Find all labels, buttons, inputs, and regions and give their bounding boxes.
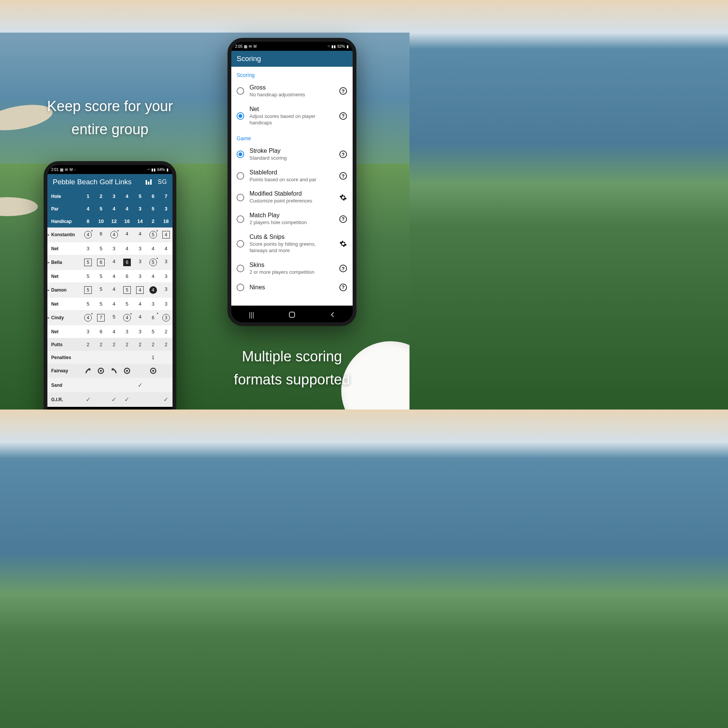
fairway-cell[interactable]	[94, 364, 107, 378]
penalties-cell[interactable]	[160, 351, 173, 364]
net-cell[interactable]: 3	[108, 242, 121, 255]
gir-cell[interactable]	[133, 392, 146, 406]
radio-button[interactable]	[237, 284, 244, 291]
score-cell[interactable]: 4	[133, 311, 146, 325]
score-cell[interactable]: 4	[133, 228, 146, 242]
net-cell[interactable]: 3	[133, 270, 146, 282]
radio-button[interactable]	[237, 215, 244, 223]
help-icon[interactable]: ?	[339, 215, 347, 223]
option-row[interactable]: Stroke PlayStandard scoring?	[231, 144, 353, 165]
penalties-cell[interactable]	[121, 351, 133, 364]
score-cell[interactable]: 5	[94, 283, 107, 297]
score-cell[interactable]: 3	[160, 283, 173, 297]
net-cell[interactable]: 4	[108, 270, 121, 282]
putts-cell[interactable]: 2	[133, 338, 146, 351]
net-cell[interactable]: 5	[146, 325, 159, 338]
sand-cell[interactable]: ✓	[133, 378, 146, 392]
net-cell[interactable]: 5	[94, 298, 107, 310]
home-button[interactable]	[287, 310, 297, 319]
sand-cell[interactable]	[160, 378, 173, 392]
penalties-cell[interactable]	[133, 351, 146, 364]
help-icon[interactable]: ?	[339, 264, 347, 273]
sand-cell[interactable]	[146, 378, 159, 392]
net-cell[interactable]: 5	[121, 298, 133, 310]
option-row[interactable]: StablefordPoints based on score and par?	[231, 165, 353, 187]
sand-cell[interactable]	[108, 378, 121, 392]
score-cell[interactable]: 5	[146, 228, 159, 242]
help-icon[interactable]: ?	[339, 150, 347, 158]
sand-cell[interactable]	[121, 378, 133, 392]
help-icon[interactable]: ?	[339, 283, 347, 292]
score-cell[interactable]: 3	[160, 311, 173, 325]
score-cell[interactable]: 4	[82, 311, 94, 325]
sand-cell[interactable]	[94, 378, 107, 392]
radio-button[interactable]	[237, 194, 244, 201]
fairway-cell[interactable]	[82, 364, 94, 378]
net-cell[interactable]: 4	[108, 298, 121, 310]
net-cell[interactable]: 3	[160, 270, 173, 282]
score-cell[interactable]: 4	[108, 228, 121, 242]
help-icon[interactable]: ?	[339, 112, 347, 120]
net-cell[interactable]: 6	[121, 270, 133, 282]
gear-icon[interactable]	[339, 193, 347, 202]
putts-cell[interactable]: 2	[121, 338, 133, 351]
score-cell[interactable]: 6	[121, 255, 133, 270]
net-cell[interactable]: 6	[94, 325, 107, 338]
penalties-cell[interactable]	[82, 351, 94, 364]
net-cell[interactable]: 4	[133, 298, 146, 310]
penalties-cell[interactable]	[94, 351, 107, 364]
net-cell[interactable]: 4	[121, 242, 133, 255]
option-row[interactable]: Skins2 or more players competition?	[231, 258, 353, 279]
score-body[interactable]: Konstantin4644454Net3534344Bella5646353N…	[47, 228, 173, 407]
option-row[interactable]: NetAdjust scores based on player handica…	[231, 102, 353, 130]
score-cell[interactable]: 5	[146, 255, 159, 270]
fairway-cell[interactable]	[160, 364, 173, 378]
score-cell[interactable]: 4	[133, 283, 146, 297]
net-cell[interactable]: 3	[82, 325, 94, 338]
stats-icon[interactable]	[146, 179, 152, 185]
net-cell[interactable]: 4	[146, 242, 159, 255]
option-row[interactable]: Modified StablefordCustomize point prefe…	[231, 187, 353, 208]
net-cell[interactable]: 5	[94, 270, 107, 282]
fairway-cell[interactable]	[133, 364, 146, 378]
penalties-cell[interactable]: 1	[146, 351, 159, 364]
fairway-cell[interactable]	[108, 364, 121, 378]
putts-cell[interactable]: 2	[82, 338, 94, 351]
score-cell[interactable]: 3	[160, 255, 173, 270]
net-cell[interactable]: 3	[121, 325, 133, 338]
net-cell[interactable]: 3	[133, 242, 146, 255]
sand-cell[interactable]	[82, 378, 94, 392]
gir-cell[interactable]	[94, 392, 107, 406]
score-cell[interactable]: 4	[108, 255, 121, 270]
putts-cell[interactable]: 2	[108, 338, 121, 351]
score-cell[interactable]: 7	[94, 311, 107, 325]
score-cell[interactable]: 4	[108, 283, 121, 297]
option-row[interactable]: Nines?	[231, 279, 353, 295]
gir-cell[interactable]	[146, 392, 159, 406]
score-cell[interactable]: 4	[146, 283, 159, 297]
putts-cell[interactable]: 2	[94, 338, 107, 351]
radio-button[interactable]	[237, 112, 244, 120]
option-row[interactable]: Cuts & SnipsScore points by hitting gree…	[231, 230, 353, 258]
option-row[interactable]: Match Play2 players hole competition?	[231, 208, 353, 230]
radio-button[interactable]	[237, 265, 244, 272]
net-cell[interactable]: 5	[82, 298, 94, 310]
gear-icon[interactable]	[339, 240, 347, 248]
gir-cell[interactable]: ✓	[160, 392, 173, 406]
score-cell[interactable]: 6	[146, 311, 159, 325]
settings-body[interactable]: Scoring GrossNo handicap adjustments?Net…	[231, 67, 353, 306]
gir-cell[interactable]: ✓	[82, 392, 94, 406]
net-cell[interactable]: 3	[160, 298, 173, 310]
score-cell[interactable]: 4	[121, 228, 133, 242]
help-icon[interactable]: ?	[339, 87, 347, 95]
net-cell[interactable]: 5	[82, 270, 94, 282]
radio-button[interactable]	[237, 240, 244, 248]
radio-button[interactable]	[237, 151, 244, 158]
score-cell[interactable]: 4	[82, 228, 94, 242]
score-cell[interactable]: 3	[133, 255, 146, 270]
radio-button[interactable]	[237, 87, 244, 95]
score-cell[interactable]: 5	[82, 255, 94, 270]
score-cell[interactable]: 5	[121, 283, 133, 297]
net-cell[interactable]: 4	[160, 242, 173, 255]
gir-cell[interactable]: ✓	[121, 392, 133, 406]
